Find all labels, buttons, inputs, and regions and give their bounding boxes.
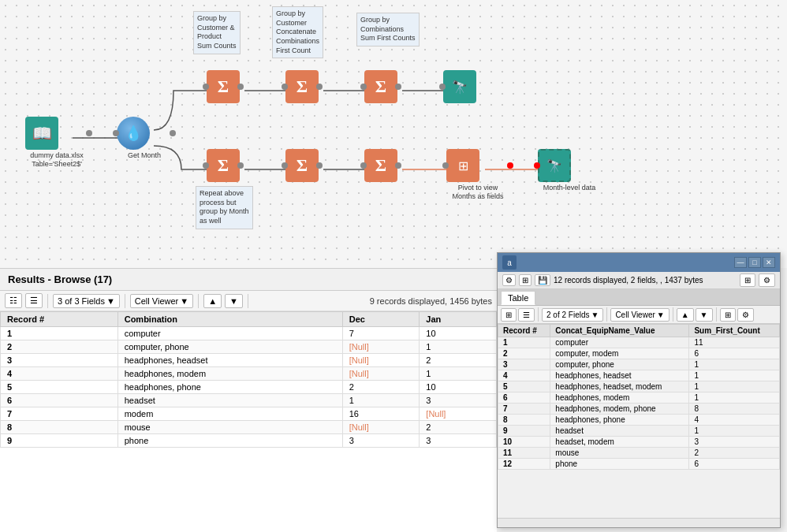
cell-dec: 1 — [342, 394, 420, 407]
panel-sort-desc-btn[interactable]: ▼ — [696, 308, 713, 322]
node-sum1[interactable]: Σ — [207, 70, 240, 103]
panel-export2-btn[interactable]: ⚙ — [737, 308, 754, 322]
cell-jan: 3 — [420, 434, 497, 448]
workflow-canvas: 📖 dummy data.xlsxTable='Sheet2$' 💧 Get M… — [0, 0, 787, 268]
node-sum3[interactable]: Σ — [364, 70, 397, 103]
grid-view-btn[interactable]: ☷ — [5, 293, 22, 308]
label-group1: Group byCustomer &ProductSum Counts — [193, 11, 241, 54]
node-sum5[interactable]: Σ — [285, 149, 319, 182]
panel-cell-name: mouse — [550, 448, 689, 459]
panel-table: Record # Concat_EquipName_Value Sum_Firs… — [498, 324, 780, 470]
cell-rec: 9 — [1, 434, 118, 448]
panel-hscrollbar[interactable] — [498, 518, 780, 527]
cell-jan: [Null] — [420, 407, 497, 421]
table-row: 7 modem 16 [Null] — [1, 407, 497, 421]
panel-grid-btn[interactable]: ⊞ — [501, 308, 517, 322]
panel-cell-count: 8 — [689, 404, 780, 415]
list-view-btn[interactable]: ☰ — [25, 293, 43, 308]
panel-chevron2-icon: ▼ — [657, 311, 665, 319]
cell-jan: 10 — [420, 381, 497, 394]
panel-cell-count: 3 — [689, 437, 780, 448]
panel-fields-btn[interactable]: 2 of 2 Fields ▼ — [542, 308, 603, 322]
cell-combo: headset — [117, 394, 342, 407]
cell-dec: [Null] — [342, 367, 420, 381]
panel-cell-count: 6 — [689, 459, 780, 470]
cell-dec: [Null] — [342, 354, 420, 367]
viewer-label: Cell Viewer — [135, 296, 178, 306]
col-rec: Record # — [1, 312, 118, 327]
cell-jan: 3 — [420, 394, 497, 407]
panel-cell-count: 1 — [689, 370, 780, 381]
close-btn[interactable]: ✕ — [763, 257, 775, 268]
cell-combo: phone — [117, 434, 342, 448]
list-item: 1 computer 11 — [498, 337, 780, 348]
panel-save-btn[interactable]: 💾 — [535, 274, 550, 286]
panel-col-count: Sum_First_Count — [689, 325, 780, 337]
table-row: 3 headphones, headset [Null] 2 — [1, 354, 497, 367]
sort-asc-btn[interactable]: ▲ — [203, 294, 222, 308]
results-toolbar: ☷ ☰ 3 of 3 Fields ▼ Cell Viewer ▼ ▲ ▼ 9 … — [0, 291, 497, 311]
panel-controls: — □ ✕ — [734, 257, 775, 268]
results-title: Results - Browse (17) — [0, 269, 497, 291]
node-input[interactable]: 📖 dummy data.xlsxTable='Sheet2$' — [25, 117, 88, 169]
cell-jan: 10 — [420, 327, 497, 340]
panel-cell-rec: 9 — [498, 426, 550, 437]
panel-export-btn[interactable]: ⊞ — [740, 273, 755, 287]
panel-scroll-area[interactable]: Record # Concat_EquipName_Value Sum_Firs… — [498, 324, 780, 523]
cell-jan: 2 — [420, 354, 497, 367]
fields-dropdown-btn[interactable]: 3 of 3 Fields ▼ — [53, 294, 120, 308]
table-row: 2 computer, phone [Null] 1 — [1, 340, 497, 354]
cell-jan: 2 — [420, 421, 497, 434]
panel-cell-name: headset — [550, 426, 689, 437]
panel-sort-asc-btn[interactable]: ▲ — [677, 308, 694, 322]
panel-cell-name: headphones, modem — [550, 392, 689, 404]
cell-rec: 5 — [1, 381, 118, 394]
cell-dec: 7 — [342, 327, 420, 340]
label-group2: Group byCustomerConcatenateCombinationsF… — [272, 6, 323, 58]
node-pivot[interactable]: ⊞ Pivot to viewMonths as fields — [446, 149, 509, 201]
results-panel: Results - Browse (17) ☷ ☰ 3 of 3 Fields … — [0, 268, 497, 532]
node-browse2[interactable]: 🔭 Month-level data — [538, 149, 601, 192]
panel-cell-count: 1 — [689, 392, 780, 404]
cell-rec: 1 — [1, 327, 118, 340]
node-sum4[interactable]: Σ — [207, 149, 240, 182]
list-item: 3 computer, phone 1 — [498, 359, 780, 370]
label-group3: Group byCombinationsSum First Counts — [356, 13, 420, 47]
fields-label: 3 of 3 Fields — [58, 296, 105, 306]
panel-cell-name: computer — [550, 337, 689, 348]
panel-cell-rec: 12 — [498, 459, 550, 470]
table-row: 1 computer 7 10 — [1, 327, 497, 340]
cell-dec: [Null] — [342, 340, 420, 354]
secondary-panel: a — □ ✕ ⚙ ⊞ 💾 12 records displayed, 2 fi… — [497, 252, 781, 528]
panel-cell-count: 6 — [689, 348, 780, 359]
panel-cell-rec: 7 — [498, 404, 550, 415]
cell-dec: 16 — [342, 407, 420, 421]
sort-desc-btn[interactable]: ▼ — [225, 294, 243, 308]
panel-viewer-btn[interactable]: Cell Viewer ▼ — [610, 308, 669, 322]
node-browse1[interactable]: 🔭 — [443, 70, 476, 103]
panel-list-btn[interactable]: ☰ — [518, 308, 535, 322]
panel-cell-rec: 3 — [498, 359, 550, 370]
maximize-btn[interactable]: □ — [748, 257, 761, 268]
panel-tab-table[interactable]: Table — [501, 291, 535, 305]
panel-cell-rec: 10 — [498, 437, 550, 448]
cell-jan: 1 — [420, 340, 497, 354]
col-dec: Dec — [342, 312, 420, 327]
minimize-btn[interactable]: — — [734, 257, 747, 268]
panel-cell-count: 11 — [689, 337, 780, 348]
viewer-dropdown-btn[interactable]: Cell Viewer ▼ — [130, 294, 193, 308]
node-getmonth[interactable]: 💧 Get Month — [117, 117, 172, 160]
cell-combo: headphones, modem — [117, 367, 342, 381]
panel-table-btn[interactable]: ⊞ — [519, 274, 532, 286]
node-sum2[interactable]: Σ — [285, 70, 319, 103]
results-info: 9 records displayed, 1456 bytes — [370, 296, 492, 306]
node-sum6[interactable]: Σ — [364, 149, 397, 182]
panel-cell-count: 1 — [689, 359, 780, 370]
panel-title-icon: a — [502, 255, 517, 270]
panel-status-bar: ⚙ ⊞ 💾 12 records displayed, 2 fields, , … — [498, 272, 780, 289]
panel-config-btn[interactable]: ⚙ — [502, 274, 516, 286]
panel-settings-btn[interactable]: ⚙ — [759, 273, 775, 287]
list-item: 7 headphones, modem, phone 8 — [498, 404, 780, 415]
panel-copy-btn[interactable]: ⊞ — [720, 308, 736, 322]
cell-combo: computer — [117, 327, 342, 340]
